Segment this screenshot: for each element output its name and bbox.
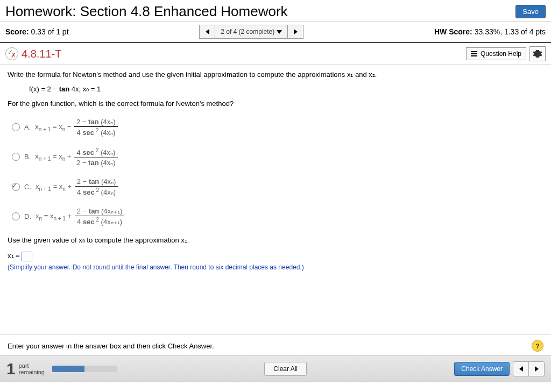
list-icon xyxy=(471,51,477,56)
question-position[interactable]: 2 of 4 (2 complete) xyxy=(215,25,288,38)
question-id: 4.8.11-T xyxy=(22,48,61,60)
radio-c[interactable] xyxy=(12,183,20,191)
clear-all-button[interactable]: Clear All xyxy=(264,362,307,376)
radio-b[interactable] xyxy=(12,153,20,161)
radio-d[interactable] xyxy=(12,212,20,220)
next-part-button[interactable] xyxy=(529,362,544,376)
choice-d[interactable]: D. xn = xn + 1 + 2 − tan (4xₙ₊₁) 4 sec 2… xyxy=(12,206,543,226)
choices: A. xn + 1 = xn − 2 − tan (4xₙ) 4 sec 2 (… xyxy=(12,117,543,226)
choice-a-label: A. xyxy=(24,123,31,131)
next-question-button[interactable] xyxy=(288,25,303,38)
progress-bar xyxy=(52,366,117,372)
choice-d-label: D. xyxy=(24,212,31,220)
choice-d-formula: xn = xn + 1 + 2 − tan (4xₙ₊₁) 4 sec 2 (4… xyxy=(36,206,125,226)
save-button[interactable]: Save xyxy=(515,5,546,18)
chevron-left-icon xyxy=(519,366,523,372)
prompt-main: Write the formula for Newton's method an… xyxy=(8,70,543,79)
prompt-sub: For the given function, which is the cor… xyxy=(8,99,543,108)
settings-button[interactable] xyxy=(529,46,546,61)
given-function: f(x) = 2 − tan 4x; x₀ = 1 xyxy=(29,85,543,93)
choice-a[interactable]: A. xn + 1 = xn − 2 − tan (4xₙ) 4 sec 2 (… xyxy=(12,117,543,137)
help-badge[interactable]: ? xyxy=(532,340,543,352)
choice-c-label: C. xyxy=(24,183,31,191)
x1-label: x₁ = xyxy=(8,252,22,260)
parts-remaining-label: partremaining xyxy=(19,362,45,375)
score-value: 0.33 of 1 pt xyxy=(31,27,68,36)
question-nav: 2 of 4 (2 complete) xyxy=(199,25,303,39)
x1-row: x₁ = xyxy=(8,252,543,261)
radio-a[interactable] xyxy=(12,123,20,131)
hw-score-label: HW Score: xyxy=(434,27,472,36)
gear-icon xyxy=(533,49,542,58)
prev-question-button[interactable] xyxy=(200,25,215,38)
prompt-compute: Use the given value of x₀ to compute the… xyxy=(8,236,543,244)
parts-remaining-count: 1 xyxy=(6,360,16,378)
chevron-left-icon xyxy=(206,29,209,34)
score-label: Score: xyxy=(5,27,29,36)
part-nav xyxy=(513,361,545,376)
question-help-button[interactable]: Question Help xyxy=(466,47,526,60)
page-title: Homework: Section 4.8 Enhanced Homework xyxy=(5,3,288,20)
hw-score: HW Score: 33.33%, 1.33 of 4 pts xyxy=(434,27,546,36)
footer-bar: 1 partremaining Clear All Check Answer xyxy=(0,355,551,382)
prev-part-button[interactable] xyxy=(513,362,529,376)
chevron-down-icon xyxy=(277,30,282,34)
question-position-label: 2 of 4 (2 complete) xyxy=(221,28,274,35)
chevron-right-icon xyxy=(535,366,539,372)
choice-a-formula: xn + 1 = xn − 2 − tan (4xₙ) 4 sec 2 (4xₙ… xyxy=(35,117,118,137)
rounding-hint: (Simplify your answer. Do not round unti… xyxy=(8,263,543,271)
choice-c[interactable]: C. xn + 1 = xn + 2 − tan (4xₙ) 4 sec 2 (… xyxy=(12,177,543,197)
x1-input[interactable] xyxy=(22,252,32,261)
question-help-label: Question Help xyxy=(481,50,521,58)
choice-c-formula: xn + 1 = xn + 2 − tan (4xₙ) 4 sec 2 (4xₙ… xyxy=(36,177,119,197)
choice-b[interactable]: B. xn + 1 = xn + 4 sec 2 (4xₙ) 2 − tan (… xyxy=(12,147,543,167)
partial-credit-icon xyxy=(5,47,18,60)
chevron-right-icon xyxy=(294,29,298,34)
score: Score: 0.33 of 1 pt xyxy=(5,27,69,36)
hw-score-value: 33.33%, 1.33 of 4 pts xyxy=(475,27,546,36)
choice-b-formula: xn + 1 = xn + 4 sec 2 (4xₙ) 2 − tan (4xₙ… xyxy=(35,147,118,167)
check-answer-button[interactable]: Check Answer xyxy=(454,362,510,376)
footer-instruction: Enter your answer in the answer box and … xyxy=(8,342,214,350)
question-body: Write the formula for Newton's method an… xyxy=(0,65,551,334)
choice-b-label: B. xyxy=(24,153,31,161)
